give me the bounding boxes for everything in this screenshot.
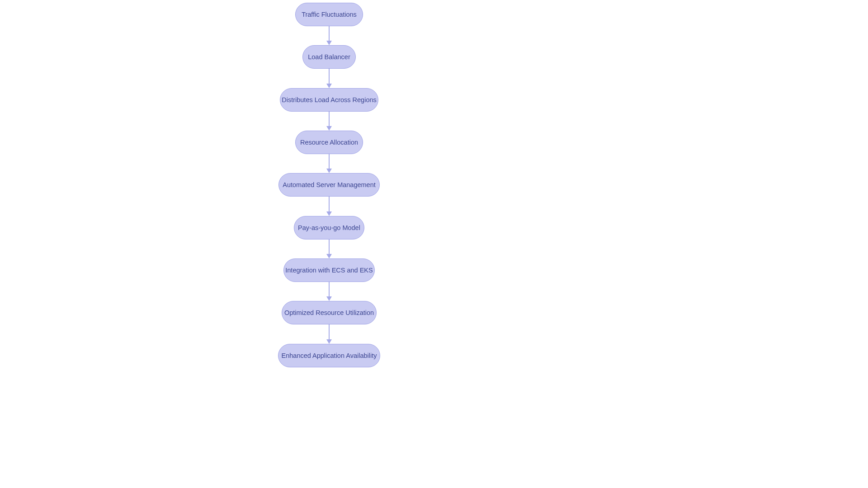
arrow-line xyxy=(329,282,330,296)
arrow-line xyxy=(329,197,330,211)
flow-node-label: Distributes Load Across Regions xyxy=(282,96,377,103)
arrow-line xyxy=(329,154,330,169)
flow-node-label: Enhanced Application Availability xyxy=(282,352,377,359)
arrow-head-icon xyxy=(326,84,332,88)
flow-node-3: Resource Allocation xyxy=(295,131,363,154)
flow-node-8: Enhanced Application Availability xyxy=(278,344,380,367)
flow-node-label: Integration with ECS and EKS xyxy=(285,267,373,274)
arrow-line xyxy=(329,239,330,254)
flow-node-5: Pay-as-you-go Model xyxy=(294,216,364,239)
flow-node-6: Integration with ECS and EKS xyxy=(283,258,375,282)
flow-node-label: Traffic Fluctuations xyxy=(302,11,357,18)
flow-node-label: Automated Server Management xyxy=(283,181,376,188)
flow-node-label: Pay-as-you-go Model xyxy=(298,224,360,231)
arrow-head-icon xyxy=(326,169,332,173)
arrow-line xyxy=(329,112,330,126)
flow-node-1: Load Balancer xyxy=(302,45,356,69)
arrow-head-icon xyxy=(326,126,332,131)
arrow-head-icon xyxy=(326,41,332,45)
arrow-head-icon xyxy=(326,339,332,344)
flow-node-7: Optimized Resource Utilization xyxy=(282,301,377,324)
arrow-head-icon xyxy=(326,296,332,301)
flow-node-label: Optimized Resource Utilization xyxy=(284,309,374,316)
flow-node-0: Traffic Fluctuations xyxy=(295,3,363,26)
flow-node-label: Load Balancer xyxy=(308,53,350,61)
flow-node-2: Distributes Load Across Regions xyxy=(280,88,378,112)
arrow-line xyxy=(329,69,330,84)
arrow-head-icon xyxy=(326,254,332,258)
flow-node-4: Automated Server Management xyxy=(278,173,380,197)
flow-node-label: Resource Allocation xyxy=(300,139,358,146)
flowchart-canvas: { "nodes": [ { "id": "n0", "label": "Tra… xyxy=(0,0,868,488)
arrow-line xyxy=(329,324,330,339)
arrow-head-icon xyxy=(326,211,332,216)
arrow-line xyxy=(329,26,330,41)
